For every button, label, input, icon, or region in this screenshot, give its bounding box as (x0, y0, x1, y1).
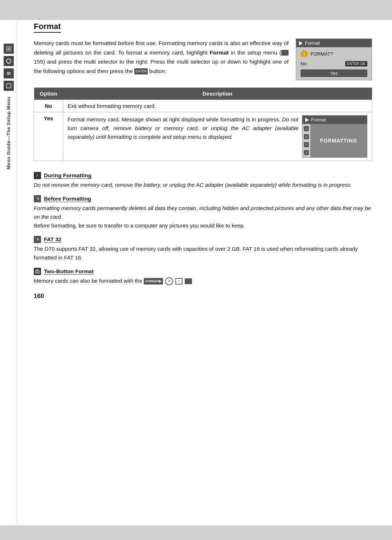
check-icon: ✓ (34, 172, 41, 179)
note-fat32: ✎ FAT 32 The D70 supports FAT 32, allowi… (34, 236, 372, 262)
csf-icon-1: ≡ (304, 126, 309, 131)
top-section: Memory cards must be formatted before fi… (34, 39, 372, 80)
yes-text-1: Format memory card. Message shown at rig… (68, 116, 282, 122)
note-during-title: During Formatting (44, 172, 91, 179)
enter-badge: ENTER (134, 68, 148, 74)
intro-text-4: button: (148, 68, 167, 74)
sidebar-icon-1: ≡ (4, 44, 14, 54)
circle-button-icon: ⊙ (165, 277, 173, 285)
note-two-button-title: Two-Button Format (44, 268, 94, 275)
svg-rect-3 (7, 84, 11, 88)
cs-no-label: No (301, 61, 307, 67)
csf-formatting-text: FORMATTING (320, 138, 357, 144)
page-number: 160 (34, 293, 372, 300)
cs-header-label: Format (305, 40, 320, 46)
svg-text:≡: ≡ (8, 47, 10, 51)
svg-point-5 (37, 271, 38, 273)
note-before-body-normal: Before formatting, be sure to transfer t… (34, 221, 372, 230)
cs-format-label: ! FORMAT? (301, 50, 367, 57)
square-button-icon: □ (175, 278, 183, 285)
csf-sidebar: ≡ ◎ ✎ ◫ FORMATTING (302, 124, 367, 157)
csf-body: FORMATTING (310, 124, 367, 157)
yes-row-text: Format memory card. Message shown at rig… (68, 115, 298, 141)
cs-body: ! FORMAT? No ENTER OK Yes (296, 47, 372, 80)
cs-warning-text: FORMAT? (311, 51, 333, 57)
sidebar-icons: ≡ (4, 44, 14, 91)
intro-text-2: in the setup menu ( (229, 49, 281, 56)
cs-header: Format (296, 39, 372, 47)
note-before-title: Before Formatting (44, 196, 91, 202)
notes-section: ✓ During Formatting Do not remove the me… (34, 172, 372, 285)
format-button-icon: FORMAT▶ (144, 278, 163, 285)
note-during-body: Do not remove the memory card, remove th… (34, 181, 372, 189)
svg-point-2 (7, 59, 11, 63)
csf-icon-2: ◎ (304, 134, 309, 139)
table-cell-no-description: Exit without formatting memory card. (63, 100, 372, 112)
intro-bold: Format (210, 49, 229, 56)
camera-icon (34, 268, 41, 275)
two-button-icons: FORMAT▶ ⊙ □ (144, 277, 192, 285)
cs-ok-badge: ENTER OK (345, 61, 367, 67)
note-fat32-body: The D70 supports FAT 32, allowing use of… (34, 245, 372, 262)
yes-row-content: Format memory card. Message shown at rig… (68, 115, 367, 158)
pencil-icon-1: ✎ (34, 195, 41, 202)
table-header-description: Description (63, 88, 372, 100)
intro-text: Memory cards must be formatted before fi… (34, 39, 289, 76)
options-table: Option Description No Exit without forma… (34, 88, 372, 161)
note-before-formatting: ✎ Before Formatting Formatting memory ca… (34, 195, 372, 230)
table-header-option: Option (34, 88, 63, 100)
note-two-button-text: Memory cards can also be formatted with … (34, 278, 142, 284)
camera-screen-formatting: Format ≡ ◎ ✎ ◫ (302, 115, 367, 158)
camera-screen-format: Format ! FORMAT? No ENTER OK Yes (296, 39, 372, 80)
note-two-button-header: Two-Button Format (34, 268, 372, 275)
sidebar-icon-4 (4, 81, 14, 91)
pencil-icon-2: ✎ (34, 236, 41, 243)
cs-yes: Yes (301, 69, 367, 77)
note-fat32-title: FAT 32 (44, 236, 61, 243)
csf-icon-4: ◫ (304, 150, 309, 155)
note-two-button: Two-Button Format Memory cards can also … (34, 268, 372, 285)
note-during-header: ✓ During Formatting (34, 172, 372, 179)
sidebar-icon-3 (4, 68, 14, 78)
intro-page-ref: 155 (34, 59, 43, 65)
table-cell-yes-description: Format memory card. Message shown at rig… (63, 112, 372, 161)
csf-play-icon (305, 118, 309, 122)
main-content: Format Memory cards must be formatted be… (17, 0, 392, 540)
csf-header: Format (302, 116, 367, 124)
note-during-formatting: ✓ During Formatting Do not remove the me… (34, 172, 372, 189)
table-cell-no-option: No (34, 100, 63, 112)
note-before-body-italic: Formatting memory cards permanently dele… (34, 204, 372, 221)
sidebar-label: Menu Guide—The Setup Menu (6, 97, 11, 169)
sidebar: ≡ Menu Guide—The Setup Menu (0, 0, 17, 540)
sidebar-icon-2 (4, 56, 14, 66)
csf-header-label: Format (311, 117, 326, 122)
note-two-button-body: Memory cards can also be formatted with … (34, 277, 372, 285)
csf-sidebar-icons: ≡ ◎ ✎ ◫ (302, 124, 310, 157)
page-title: Format (34, 22, 61, 33)
note-before-header: ✎ Before Formatting (34, 195, 372, 202)
cs-play-icon (299, 41, 303, 45)
table-row-no: No Exit without formatting memory card. (34, 100, 372, 112)
table-cell-yes-option: Yes (34, 112, 63, 161)
camera-sq-icon (185, 278, 192, 284)
cs-warning-icon: ! (301, 50, 308, 57)
csf-icon-3: ✎ (304, 142, 309, 147)
note-fat32-header: ✎ FAT 32 (34, 236, 372, 243)
cs-no-row: No ENTER OK (301, 60, 367, 68)
table-row-yes: Yes Format memory card. Message shown at… (34, 112, 372, 161)
menu-icon (281, 50, 289, 56)
